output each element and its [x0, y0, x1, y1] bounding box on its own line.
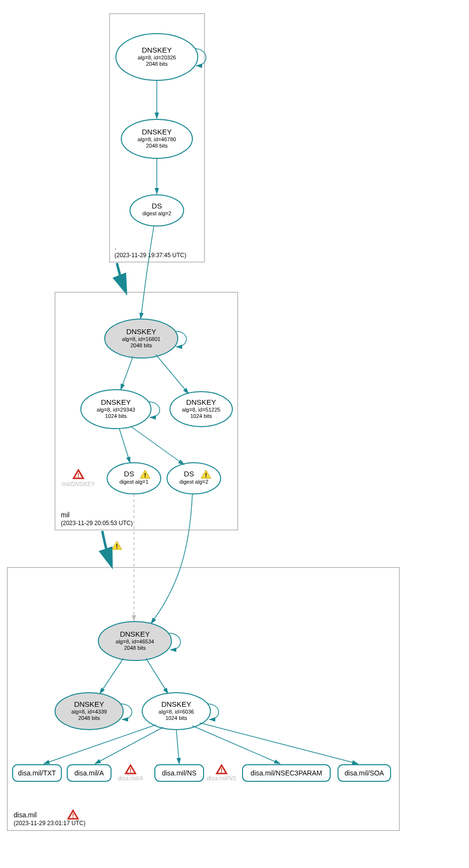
- svg-text:disa.mil/TXT: disa.mil/TXT: [18, 769, 56, 777]
- svg-point-28: [107, 463, 161, 494]
- svg-text:disa.mil/NS: disa.mil/NS: [207, 775, 237, 782]
- edge: [192, 726, 280, 764]
- svg-text:1024 bits: 1024 bits: [190, 413, 212, 419]
- zone-disa-label: disa.mil: [14, 811, 37, 819]
- edge-delegation-root-to-mil: [117, 263, 124, 286]
- ghost-disa-ns: disa.mil/NS: [207, 765, 237, 782]
- zone-mil-label: mil: [61, 511, 70, 519]
- svg-text:DS: DS: [184, 470, 194, 478]
- zone-mil-timestamp: (2023-11-29 20:05:53 UTC): [61, 520, 132, 527]
- svg-text:disa.mil/NS: disa.mil/NS: [162, 769, 197, 777]
- edge: [156, 355, 188, 394]
- svg-text:DNSKEY: DNSKEY: [74, 700, 104, 708]
- svg-text:alg=8, id=4339: alg=8, id=4339: [72, 709, 107, 715]
- svg-text:disa.mil/SOA: disa.mil/SOA: [345, 769, 385, 777]
- svg-text:DNSKEY: DNSKEY: [186, 398, 216, 406]
- svg-text:alg=8, id=29343: alg=8, id=29343: [97, 407, 135, 413]
- edge: [95, 727, 163, 764]
- svg-text:DS: DS: [124, 470, 134, 478]
- error-icon: [126, 765, 135, 774]
- zone-root-timestamp: (2023-11-29 19:37:45 UTC): [114, 252, 186, 259]
- node-mil-ds2[interactable]: DS digest alg=2: [167, 463, 221, 494]
- svg-text:mil/DNSKEY: mil/DNSKEY: [62, 481, 95, 488]
- svg-text:DNSKEY: DNSKEY: [126, 327, 156, 336]
- node-mil-ksk[interactable]: DNSKEY alg=8, id=16801 2048 bits: [105, 319, 178, 358]
- svg-text:DNSKEY: DNSKEY: [161, 700, 191, 708]
- svg-text:alg=8, id=46780: alg=8, id=46780: [138, 136, 176, 142]
- svg-text:alg=8, id=20326: alg=8, id=20326: [138, 55, 176, 60]
- leaf-txt[interactable]: disa.mil/TXT: [13, 765, 61, 781]
- node-mil-ds1[interactable]: DS digest alg=1: [107, 463, 161, 494]
- svg-text:alg=8, id=16801: alg=8, id=16801: [122, 336, 161, 342]
- node-root-ds[interactable]: DS digest alg=2: [130, 195, 184, 226]
- svg-text:2048 bits: 2048 bits: [124, 645, 146, 651]
- svg-text:alg=8, id=51225: alg=8, id=51225: [182, 407, 221, 413]
- node-mil-zsk2[interactable]: DNSKEY alg=8, id=51225 1024 bits: [170, 392, 232, 427]
- zone-disa-timestamp: (2023-11-29 23:01:17 UTC): [14, 820, 85, 827]
- edge: [200, 723, 358, 764]
- svg-text:disa.mil/NSEC3PARAM: disa.mil/NSEC3PARAM: [251, 769, 322, 777]
- edge: [119, 429, 130, 463]
- edge: [151, 494, 192, 623]
- svg-text:2048 bits: 2048 bits: [146, 143, 168, 149]
- svg-text:DNSKEY: DNSKEY: [142, 46, 172, 54]
- svg-text:DS: DS: [152, 202, 162, 210]
- svg-text:disa.mil/A: disa.mil/A: [75, 769, 104, 777]
- edge-delegation-mil-to-disa: [102, 531, 110, 560]
- node-mil-zsk1[interactable]: DNSKEY alg=8, id=29343 1024 bits: [81, 390, 151, 429]
- zone-root-label: .: [114, 243, 116, 251]
- edge: [100, 659, 123, 694]
- node-disa-oldkey[interactable]: DNSKEY alg=8, id=4339 2048 bits: [55, 693, 123, 730]
- svg-text:digest alg=1: digest alg=1: [119, 479, 149, 485]
- leaf-nsec3[interactable]: disa.mil/NSEC3PARAM: [243, 765, 330, 781]
- warning-icon: [112, 541, 122, 550]
- svg-text:alg=8, id=6036: alg=8, id=6036: [159, 709, 194, 715]
- node-disa-ksk[interactable]: DNSKEY alg=8, id=46534 2048 bits: [98, 622, 171, 660]
- svg-text:DNSKEY: DNSKEY: [120, 630, 150, 638]
- edge: [141, 226, 154, 319]
- ghost-mil-dnskey: mil/DNSKEY: [62, 470, 95, 488]
- svg-text:2048 bits: 2048 bits: [131, 342, 152, 348]
- node-disa-zsk[interactable]: DNSKEY alg=8, id=6036 1024 bits: [142, 693, 210, 730]
- svg-text:2048 bits: 2048 bits: [78, 715, 100, 721]
- node-root-ksk[interactable]: DNSKEY alg=8, id=20326 2048 bits: [116, 34, 198, 80]
- error-icon: [217, 765, 226, 774]
- svg-text:DNSKEY: DNSKEY: [142, 128, 172, 136]
- error-icon: [68, 811, 78, 819]
- svg-text:2048 bits: 2048 bits: [146, 61, 168, 67]
- ghost-disa-a: disa.mil/A: [118, 765, 143, 782]
- svg-text:DNSKEY: DNSKEY: [101, 398, 131, 406]
- svg-text:1024 bits: 1024 bits: [105, 413, 127, 419]
- svg-text:digest alg=2: digest alg=2: [179, 479, 208, 485]
- edge: [176, 730, 179, 764]
- edge: [131, 426, 184, 465]
- leaf-ns[interactable]: disa.mil/NS: [155, 765, 204, 781]
- svg-text:1024 bits: 1024 bits: [166, 715, 188, 721]
- leaf-a[interactable]: disa.mil/A: [67, 765, 111, 781]
- node-root-zsk[interactable]: DNSKEY alg=8, id=46780 2048 bits: [121, 119, 192, 158]
- svg-text:alg=8, id=46534: alg=8, id=46534: [116, 639, 154, 644]
- svg-point-31: [167, 463, 221, 494]
- svg-text:disa.mil/A: disa.mil/A: [118, 775, 143, 782]
- edge: [121, 357, 133, 390]
- edge: [146, 659, 168, 694]
- leaf-soa[interactable]: disa.mil/SOA: [338, 765, 391, 781]
- error-icon: [74, 470, 83, 479]
- edge: [44, 725, 156, 764]
- svg-text:digest alg=2: digest alg=2: [142, 210, 171, 216]
